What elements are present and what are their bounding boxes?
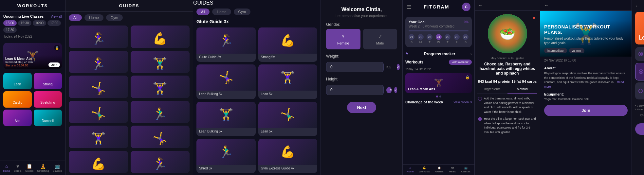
- guide-card[interactable]: 🏋️‍♀️ Shred 6x: [69, 126, 128, 148]
- guide-card[interactable]: 🏋️‍♂️ Lean Bulking 5x: [196, 102, 256, 136]
- guide-card[interactable]: 🤸‍♀️ Gym Express Guide 4x: [131, 126, 190, 148]
- fitgram-header: ☰ FITGRAM C: [403, 0, 474, 14]
- height-confirm[interactable]: ✓: [394, 87, 397, 93]
- plan-back-icon[interactable]: ←: [544, 3, 549, 8]
- protein-value: 94 protein: [493, 79, 510, 83]
- sub-plan-3months[interactable]: 3 MONTHS WITH 7 DAY FREE TRIAL * R 709,9…: [635, 63, 644, 80]
- guide-card[interactable]: 🏋️‍♀️ Lean 5x: [258, 64, 318, 99]
- category-lean[interactable]: Lean: [3, 73, 32, 89]
- guide-card[interactable]: 🏃‍♂️ Shred 6x: [196, 139, 256, 173]
- date-label: Today, 24 Nov 2022: [3, 35, 62, 38]
- time-slot-1530[interactable]: 15:30: [18, 20, 31, 26]
- dash-nav-home[interactable]: ⌂ Home: [407, 166, 414, 173]
- nav-cardio[interactable]: ♥ Cardio: [14, 164, 22, 172]
- category-strong[interactable]: Strong: [34, 73, 62, 89]
- category-abs[interactable]: Abs: [3, 110, 32, 126]
- guide-img: 🏋️‍♀️: [131, 76, 190, 98]
- nav-home[interactable]: ⌂ Home: [3, 164, 10, 172]
- guide-label: Lean Bulking 5x: [196, 128, 256, 135]
- guide-img: 🏃‍♀️: [131, 151, 190, 173]
- heart-icon[interactable]: ♥: [533, 15, 535, 21]
- sub-plan-12months[interactable]: 12 MONTHS WITH 7 DAY FREE TRIAL * R 1 04…: [635, 82, 644, 99]
- gender-options: ♀ Female ♂ Male: [326, 29, 397, 49]
- workout-plans-panel: ← 🏋️‍♂️ PERSONALISED WORKOUT PLANS. Pers…: [540, 0, 632, 175]
- guide-label: Shred 6x: [196, 165, 256, 172]
- join-button[interactable]: Join: [48, 62, 60, 67]
- live-class-card[interactable]: 🏋️ Lean & Mean Abs Intermediate | 45 min…: [3, 43, 62, 69]
- guide-grid2: 🏃‍♀️ Glute Guide 3x 💪 Strong 5x 🤸‍♀️ Lea…: [193, 26, 321, 175]
- time-slot-1700[interactable]: 17:00: [47, 20, 61, 26]
- hamburger-icon[interactable]: ☰: [407, 4, 411, 10]
- filter-all[interactable]: All: [69, 14, 82, 21]
- guide-img: 🏃‍♂️: [131, 101, 190, 123]
- filter-gym[interactable]: Gym: [106, 14, 123, 21]
- guide-img: 💪: [69, 151, 128, 173]
- category-dumbell[interactable]: Dumbell: [34, 110, 62, 126]
- guide-card[interactable]: 🏃‍♀️ Gym Express Guide 4x: [131, 151, 190, 173]
- progress-tracker-row[interactable]: ⚑ Progress tracker ›: [403, 50, 474, 58]
- next-button[interactable]: Next: [347, 102, 376, 113]
- weight-input[interactable]: [326, 62, 384, 72]
- dash-nav-meals[interactable]: 🍽 Meals: [449, 166, 456, 173]
- sub-back-icon[interactable]: ←: [635, 3, 640, 9]
- dash-nav-workouts[interactable]: 💪 Workouts: [419, 166, 430, 173]
- weight-confirm[interactable]: ✓: [397, 64, 400, 70]
- guide-img: 🏋️‍♂️: [131, 51, 190, 73]
- sub-plan-1month[interactable]: 1 MONTH WITH 7 DAY FREE TRIAL * R 269,99: [635, 47, 644, 61]
- add-workout-button[interactable]: Add workout: [449, 60, 472, 65]
- lean-mean-preview: Lean & Mean Abs Intermediate 25 min: [635, 12, 644, 44]
- join-plan-button[interactable]: Join: [544, 105, 628, 116]
- category-stretching[interactable]: Stretching: [34, 91, 62, 108]
- guide-card[interactable]: 🏃‍♀️ Glute Guide 3x: [196, 27, 256, 62]
- time-slot-1730[interactable]: 17:30: [3, 27, 17, 33]
- guide-card[interactable]: 🏃‍♀️ Glute Guide 3x: [69, 26, 128, 48]
- workout-preview-card[interactable]: 🏋️ Lean & Mean Abs 🔒: [405, 73, 472, 93]
- weight-row: KG KG LB ✓: [326, 62, 397, 72]
- guide-card[interactable]: 💪 Shred 6x: [69, 151, 128, 173]
- gender-male[interactable]: ♂ Male: [363, 29, 397, 49]
- guide-card[interactable]: 🤸‍♂️ Lean Bulking 5x: [69, 101, 128, 123]
- nav-guides[interactable]: 📋 Guides: [25, 164, 33, 172]
- plan-hero: 🏋️‍♂️ PERSONALISED WORKOUT PLANS. Person…: [540, 11, 632, 57]
- height-input[interactable]: [326, 85, 384, 95]
- dash-nav-classes[interactable]: 📺 Classes: [461, 166, 470, 173]
- guide-card[interactable]: 🏃‍♂️ Lean 5x: [131, 101, 190, 123]
- tab-method[interactable]: Method: [507, 85, 538, 94]
- filter2-all[interactable]: All: [196, 9, 210, 15]
- guide-card[interactable]: 💪 Gym Express Guide 4x: [258, 139, 318, 173]
- step-radio-2[interactable]: [478, 117, 482, 121]
- guide-card[interactable]: 🏃‍♀️ Glute Guide 3x: [69, 51, 128, 73]
- tab-ingredients[interactable]: Ingredients: [477, 85, 507, 94]
- join-subscription-button[interactable]: Join: [635, 123, 644, 135]
- welcome-subtitle: Let personalise your experience.: [326, 14, 397, 18]
- guide-card[interactable]: 🤸‍♀️ Lean Bulking 5x: [69, 76, 128, 98]
- guide-card[interactable]: 🏋️‍♂️ Strong 5x: [131, 51, 190, 73]
- view-previous-link[interactable]: View previous: [453, 100, 472, 104]
- week-days: 21 S 22 M 23 T 24 W 25 T 26 F: [409, 34, 469, 44]
- guide-card[interactable]: 🏋️‍♀️ Lean 5x: [131, 76, 190, 98]
- category-cardio[interactable]: Cardio: [3, 91, 32, 108]
- back-arrow-icon[interactable]: ←: [478, 3, 483, 8]
- guide-card[interactable]: 🤸‍♀️ Lean Bulking 5x: [196, 64, 256, 99]
- guide-card[interactable]: 💪 Strong 5x: [258, 27, 318, 62]
- equipment-section: Equipment: Yoga mat, Dumbbell, Balance B…: [540, 91, 632, 102]
- filter2-gym[interactable]: Gym: [234, 9, 250, 15]
- user-avatar[interactable]: C: [462, 3, 470, 11]
- view-all-link[interactable]: View all: [51, 15, 62, 18]
- guide-card[interactable]: 💪 Strong 5x: [131, 26, 190, 48]
- dash-nav-guides[interactable]: 📋 Guides: [435, 166, 443, 173]
- recipe-panel: ← 🥗 ♥ May contain: nuts · gluten Chocola…: [475, 0, 540, 175]
- step-radio-1[interactable]: [478, 97, 482, 101]
- m-btn[interactable]: M: [386, 87, 392, 93]
- filter-home[interactable]: Home: [84, 14, 103, 21]
- time-slot-1500[interactable]: 15:00: [3, 20, 17, 26]
- badge-intermediate: intermediate: [544, 48, 567, 53]
- nav-stretching[interactable]: 🧘 Stretching: [37, 164, 49, 172]
- filter2-home[interactable]: Home: [212, 9, 231, 15]
- guide-card[interactable]: 🤸‍♂️ Lean 5x: [258, 102, 318, 136]
- time-slot-1600[interactable]: 16:00: [33, 20, 46, 26]
- home-gym-label: Glute Guide 3x: [193, 18, 321, 26]
- gender-female[interactable]: ♀ Female: [326, 29, 360, 49]
- dashboard-panel: ☰ FITGRAM C Your Goal 0% Week 2 0 workou…: [403, 0, 475, 175]
- nav-classes[interactable]: 📺 Classes: [53, 164, 62, 172]
